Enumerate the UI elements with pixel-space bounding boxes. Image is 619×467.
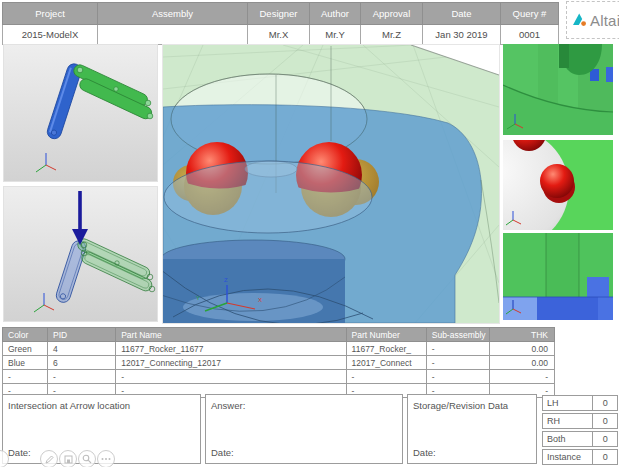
col-subassembly: Sub-assembly — [426, 328, 489, 342]
ellipsis-icon — [101, 457, 111, 461]
list-item: Instance 0 — [542, 449, 618, 465]
answer-label: Answer: — [211, 400, 245, 411]
cell: 12017_Connecting_12017 — [116, 356, 346, 370]
axis-x-label: X — [258, 297, 262, 303]
header-date: Date — [423, 3, 501, 25]
lh-label: LH — [542, 395, 593, 411]
header-assembly: Assembly — [98, 3, 248, 25]
header-designer: Designer — [248, 3, 310, 25]
review-sheet: Project Assembly Designer Author Approva… — [0, 0, 619, 467]
list-item: RH 0 — [542, 413, 618, 429]
col-part-name: Part Name — [116, 328, 346, 342]
header-project: Project — [3, 3, 98, 25]
list-item: Both 0 — [542, 431, 618, 447]
cell: 0.00 — [489, 342, 554, 356]
blue-base — [503, 297, 613, 320]
viewport-detail-middle[interactable] — [503, 140, 613, 230]
both-value[interactable]: 0 — [593, 431, 618, 447]
cell: - — [489, 370, 554, 384]
cell: - — [346, 370, 426, 384]
col-pid: PID — [48, 328, 116, 342]
cell: 6 — [48, 356, 116, 370]
date-label: Date: — [8, 447, 31, 458]
table-row[interactable]: Blue 6 12017_Connecting_12017 12017_Conn… — [3, 356, 555, 370]
cell: 11677_Rocker_ — [346, 342, 426, 356]
cell: - — [3, 370, 48, 384]
designer-value[interactable]: Mr.X — [248, 25, 310, 45]
query-value[interactable]: 0001 — [501, 25, 559, 45]
altair-logo-icon — [572, 12, 587, 28]
cell: Blue — [3, 356, 48, 370]
cell: 0.00 — [489, 356, 554, 370]
col-thk: THK — [489, 328, 554, 342]
edit-button[interactable] — [40, 450, 58, 467]
cell: - — [426, 342, 489, 356]
assembly-value[interactable] — [98, 25, 248, 45]
parts-table: Color PID Part Name Part Number Sub-asse… — [2, 327, 555, 398]
both-label: Both — [542, 431, 593, 447]
axis-y-label: Y — [196, 295, 200, 301]
date-label: Date: — [413, 447, 436, 458]
table-row[interactable]: - - - - - - — [3, 370, 555, 384]
author-value[interactable]: Mr.Y — [310, 25, 361, 45]
brand-name: Altair — [590, 12, 619, 29]
viewport-linkage-transparent[interactable] — [3, 186, 158, 322]
instance-count-table: LH 0 RH 0 Both 0 Instance 0 — [542, 395, 618, 467]
rh-label: RH — [542, 413, 593, 429]
storage-label: Storage/Revision Data — [413, 400, 508, 411]
cell: 11677_Rocker_11677 — [116, 342, 346, 356]
save-button[interactable] — [59, 450, 77, 467]
axis-z-label: Z — [224, 277, 228, 283]
answer-box[interactable]: Answer: Date: — [205, 394, 403, 464]
storage-revision-box[interactable]: Storage/Revision Data Date: — [407, 394, 537, 464]
instance-value[interactable]: 0 — [593, 449, 618, 465]
viewport-linkage-solid[interactable] — [3, 44, 158, 182]
list-item: LH 0 — [542, 395, 618, 411]
floppy-icon — [64, 455, 73, 464]
more-button[interactable] — [97, 450, 115, 467]
header-author: Author — [310, 3, 361, 25]
header-query: Query # — [501, 3, 559, 25]
cell: - — [116, 370, 346, 384]
viewport-intersection-main[interactable]: Z Y X — [162, 44, 500, 324]
magnifier-icon — [82, 454, 92, 464]
blue-notch — [587, 277, 609, 297]
project-value[interactable]: 2015-ModelX — [3, 25, 98, 45]
parts-header-row: Color PID Part Name Part Number Sub-asse… — [3, 328, 555, 342]
cell: 12017_Connect — [346, 356, 426, 370]
cell: - — [426, 356, 489, 370]
header-table: Project Assembly Designer Author Approva… — [2, 2, 559, 45]
approval-value[interactable]: Mr.Z — [361, 25, 423, 45]
instance-label: Instance — [542, 449, 593, 465]
intersection-label: Intersection at Arrow location — [8, 400, 130, 411]
col-color: Color — [3, 328, 48, 342]
header-approval: Approval — [361, 3, 423, 25]
pencil-icon — [45, 455, 54, 464]
col-part-number: Part Number — [346, 328, 426, 342]
date-label: Date: — [211, 447, 234, 458]
zoom-button[interactable] — [78, 450, 96, 467]
cell: 4 — [48, 342, 116, 356]
lh-value[interactable]: 0 — [593, 395, 618, 411]
inner-bore — [164, 161, 372, 233]
cell: - — [426, 370, 489, 384]
cell: Green — [3, 342, 48, 356]
altair-logo: Altair — [566, 1, 619, 39]
cell: - — [48, 370, 116, 384]
viewport-detail-bottom[interactable] — [503, 233, 613, 320]
table-row[interactable]: Green 4 11677_Rocker_11677 11677_Rocker_… — [3, 342, 555, 356]
viewport-detail-top[interactable] — [503, 44, 613, 135]
rh-value[interactable]: 0 — [593, 413, 618, 429]
date-value[interactable]: Jan 30 2019 — [423, 25, 501, 45]
